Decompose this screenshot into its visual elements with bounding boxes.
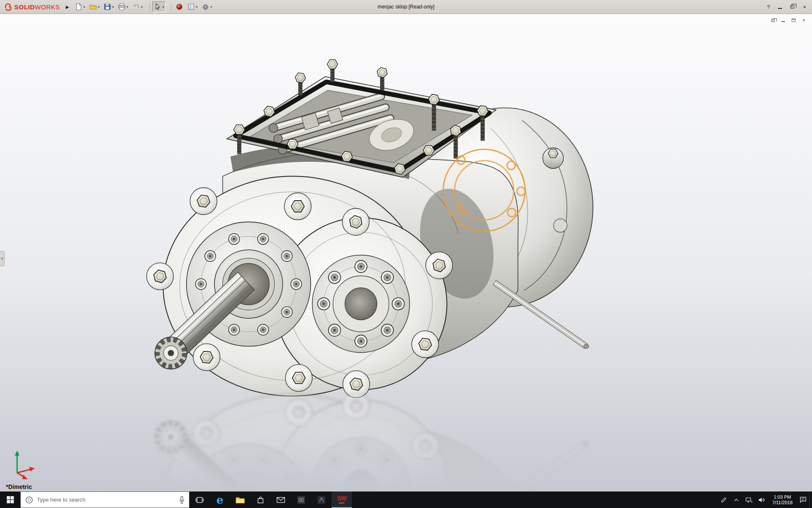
restore-button[interactable] (790, 5, 794, 8)
system-tray: 1:03 PM 7/11/2018 (717, 491, 812, 508)
doc-restore-button[interactable] (771, 19, 775, 22)
print-caret[interactable]: ▾ (126, 5, 128, 9)
microphone-icon[interactable] (179, 496, 185, 504)
clock-time: 1:03 PM (774, 494, 791, 500)
store-bag-icon (257, 496, 264, 504)
edge-icon: e (217, 494, 224, 505)
edge-button[interactable]: e (210, 491, 230, 508)
doc-minimize-icon (782, 21, 785, 22)
file-explorer-icon (236, 496, 245, 504)
show-desktop-button[interactable] (809, 491, 812, 508)
pinned-app-button-2[interactable] (311, 491, 332, 508)
select-tool-button[interactable]: ▾ (152, 1, 166, 12)
save-caret[interactable]: ▾ (112, 5, 114, 9)
action-center-button[interactable] (797, 491, 809, 508)
network-button[interactable] (743, 491, 755, 508)
action-center-icon (800, 497, 807, 503)
volume-icon (758, 497, 765, 503)
doc-minimize-button[interactable] (782, 19, 785, 22)
new-document-caret[interactable]: ▾ (83, 5, 85, 9)
print-button[interactable]: ▾ (116, 1, 130, 12)
open-caret[interactable]: ▾ (98, 5, 99, 9)
solidworks-logo: SOLIDWORKS (0, 2, 63, 11)
undo-caret[interactable]: ▾ (141, 5, 143, 9)
mail-icon (277, 497, 285, 503)
print-icon (118, 3, 126, 11)
solidworks-taskbar-button[interactable]: SW 2017 (332, 491, 352, 508)
task-view-icon (195, 496, 204, 504)
taskbar-clock[interactable]: 1:03 PM 7/11/2018 (768, 491, 797, 508)
clock-date: 7/11/2018 (772, 500, 793, 505)
chevron-up-icon (734, 498, 739, 502)
toolbar-separator (171, 2, 171, 11)
open-button[interactable]: ▾ (88, 1, 101, 12)
select-tool-caret[interactable]: ▾ (162, 5, 164, 9)
pinned-app-icon-2 (317, 496, 326, 504)
task-view-button[interactable] (189, 491, 210, 508)
store-button[interactable] (250, 491, 271, 508)
windows-taskbar: e SW 2017 (0, 491, 812, 508)
volume-button[interactable] (755, 491, 768, 508)
new-document-button[interactable]: ▾ (73, 1, 87, 12)
restore-icon (790, 5, 794, 8)
toolbar-separator (149, 2, 150, 11)
doc-restore-icon (771, 19, 775, 22)
app-titlebar: SOLIDWORKS ▶ ▾ ▾ ▾ ▾ ▾ ▾ (0, 0, 812, 14)
solidworks-wordmark: SOLIDWORKS (14, 3, 60, 11)
report-table-icon (187, 3, 195, 11)
help-button[interactable]: ? (767, 4, 770, 10)
pinned-app-icon-1 (297, 496, 305, 504)
mail-button[interactable] (271, 491, 291, 508)
file-explorer-button[interactable] (230, 491, 250, 508)
doc-maximize-icon (792, 19, 796, 22)
solidworks-app-icon: SW 2017 (337, 495, 347, 504)
search-input[interactable] (37, 497, 176, 503)
window-title: menjac sklop [Read-only] (378, 4, 435, 10)
undo-button[interactable]: ▾ (131, 1, 144, 12)
windows-logo-icon (7, 496, 14, 503)
document-window-controls: × (771, 17, 805, 23)
new-document-icon (75, 3, 82, 11)
chevron-left-icon (1, 257, 3, 260)
view-orientation-label: *Dimetric (6, 483, 32, 490)
open-folder-icon (89, 3, 97, 11)
network-icon (746, 497, 752, 503)
featuremanager-collapsed-tab[interactable] (0, 251, 5, 266)
options-gear-icon (202, 3, 209, 11)
doc-close-button[interactable]: × (802, 17, 805, 23)
appearance-button[interactable] (174, 1, 185, 12)
start-button[interactable] (0, 491, 20, 508)
report-button[interactable]: ▾ (186, 1, 199, 12)
taskbar-search[interactable] (20, 491, 189, 508)
minimize-icon (778, 8, 782, 9)
model-viewport-canvas[interactable] (0, 14, 812, 491)
report-caret[interactable]: ▾ (196, 5, 198, 9)
appearance-sphere-icon (176, 3, 183, 11)
save-floppy-icon (104, 3, 111, 11)
pen-tray-button[interactable] (717, 491, 730, 508)
select-cursor-icon (154, 3, 162, 11)
tray-expand-button[interactable] (730, 491, 743, 508)
options-caret[interactable]: ▾ (210, 5, 212, 9)
graphics-area[interactable]: × (0, 14, 812, 491)
pinned-app-button-1[interactable] (291, 491, 311, 508)
pen-icon (721, 497, 727, 503)
cortana-icon (25, 496, 33, 504)
options-button[interactable]: ▾ (200, 1, 214, 12)
close-button[interactable]: × (803, 4, 806, 10)
doc-maximize-button[interactable] (792, 19, 796, 22)
dassault-swirl-icon (3, 2, 13, 11)
menu-flyout-arrow-icon[interactable]: ▶ (66, 5, 69, 9)
minimize-button[interactable] (778, 5, 782, 9)
undo-icon (132, 3, 140, 11)
save-button[interactable]: ▾ (102, 1, 115, 12)
